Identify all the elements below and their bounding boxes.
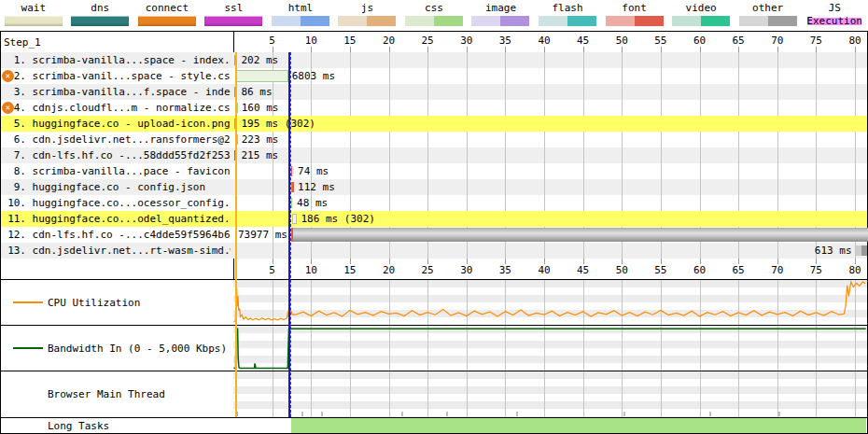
- time-axis-bottom: 5101520253035404550556065707580: [0, 259, 868, 279]
- legend-swatch-dark: [768, 16, 797, 26]
- main-thread-activity-tick: [321, 412, 323, 416]
- legend-swatch-light: [405, 16, 434, 26]
- legend-item-label: ssl: [201, 2, 268, 15]
- lt-label-text: Long Tasks: [48, 420, 109, 432]
- request-label: 13. cdn.jsdelivr.net...rt-wasm-simd.wasm: [1, 245, 231, 257]
- request-time-label: 195 ms (302): [241, 118, 315, 130]
- legend-swatch-dark: [500, 16, 529, 26]
- legend-item-flash: flash: [534, 0, 601, 31]
- request-row[interactable]: 8. scrimba-vanilla...pace - favicon.ico7…: [1, 163, 867, 179]
- request-bar[interactable]: [291, 182, 294, 192]
- legend-item-font: font: [601, 0, 668, 31]
- legend-item-label: font: [601, 2, 668, 15]
- bmt-label-text: Browser Main Thread: [48, 388, 165, 400]
- legend-item-other: other: [735, 0, 802, 31]
- cpu-band-label: CPU Utilization: [1, 280, 233, 325]
- legend-swatch-light: [272, 16, 301, 26]
- request-number: 2.: [1, 70, 26, 82]
- bmt-plot-bg: [233, 371, 867, 417]
- request-row[interactable]: 3. scrimba-vanilla...f.space - index.js8…: [1, 84, 867, 100]
- request-row[interactable]: 12. cdn-lfs.hf.co -...c4dde59f5964b62b4f…: [1, 227, 867, 243]
- legend-swatch-light: [606, 16, 635, 26]
- request-bar-segment: [292, 214, 297, 224]
- main-thread-activity-tick: [446, 412, 448, 416]
- axis-tick-mark: [777, 259, 778, 264]
- legend-item-video: video: [667, 0, 735, 31]
- webpagetest-waterfall: waitdnsconnectsslhtmljscssimageflashfont…: [0, 0, 868, 434]
- request-label: 12. cdn-lfs.hf.co -...c4dde59f5964b62b4f: [1, 229, 231, 241]
- request-time-label: 48 ms: [297, 197, 328, 209]
- legend-item-label: wait: [0, 2, 67, 15]
- request-bar[interactable]: [291, 228, 868, 242]
- gridline: [622, 371, 623, 417]
- axis-tick-label: 10: [292, 264, 329, 276]
- request-bar[interactable]: [292, 214, 297, 224]
- request-row[interactable]: 13. cdn.jsdelivr.net...rt-wasm-simd.wasm…: [1, 243, 867, 259]
- main-thread-activity-tick: [623, 412, 625, 416]
- axis-tick-mark: [467, 259, 468, 264]
- request-time-label: 223 ms: [242, 133, 279, 146]
- request-time-label: 74 ms: [298, 165, 329, 177]
- axis-tick-label: 35: [486, 35, 524, 47]
- request-bar-segment: [292, 198, 293, 208]
- request-number: 7.: [1, 149, 26, 161]
- axis-tick-label: 60: [681, 35, 719, 47]
- gridline: [583, 371, 584, 417]
- bandwidth-line-swatch: [13, 347, 43, 349]
- cpu-utilization-band: CPU Utilization: [1, 280, 867, 325]
- request-bar-segment: [292, 182, 294, 192]
- legend-swatch-dark: [567, 16, 596, 26]
- axis-tick-label: 20: [371, 35, 408, 47]
- request-row[interactable]: 5. huggingface.co - upload-icon.png195 m…: [1, 116, 867, 132]
- axis-tick-label: 45: [565, 264, 602, 276]
- legend-item-label: js: [334, 2, 401, 15]
- legend-swatch-dark: [301, 16, 329, 26]
- gridline: [777, 371, 778, 417]
- legend-swatch-dark: [367, 16, 396, 26]
- legend-item-ssl: ssl: [201, 0, 268, 31]
- request-number: 1.: [1, 54, 26, 66]
- request-label: 3. scrimba-vanilla...f.space - index.js: [1, 86, 231, 98]
- axis-tick-label: 5: [254, 264, 291, 276]
- legend-color-swatch: [5, 16, 63, 26]
- legend-color-swatch: [739, 16, 797, 26]
- axis-tick-label: 65: [720, 264, 757, 276]
- bw-label-text: Bandwidth In (0 - 5,000 Kbps): [48, 343, 227, 355]
- request-bar-segment: [292, 166, 294, 176]
- request-row[interactable]: 1. scrimba-vanilla...space - index.html2…: [1, 52, 867, 68]
- request-row[interactable]: 6. cdn.jsdelivr.net...ransformers@2.6.02…: [1, 132, 867, 147]
- axis-tick-label: 20: [371, 264, 408, 276]
- legend-color-swatch: [71, 16, 129, 26]
- legend-color-swatch: [606, 16, 664, 26]
- request-label: 2. scrimba-vanil...space - style.css: [1, 70, 231, 82]
- request-number: 8.: [1, 165, 26, 177]
- gridline: [505, 371, 506, 417]
- axis-tick-label: 15: [331, 35, 369, 47]
- main-thread-activity-tick: [301, 412, 303, 416]
- request-row[interactable]: ✕4. cdnjs.cloudfl...m - normalize.css160…: [1, 100, 867, 116]
- axis-tick-label: 75: [797, 35, 834, 47]
- axis-tick-label: 45: [565, 35, 602, 47]
- request-row[interactable]: 11. huggingface.co...odel_quantized.onnx…: [1, 211, 867, 227]
- request-bar[interactable]: [856, 245, 867, 256]
- request-bar[interactable]: [235, 70, 288, 82]
- legend-item-label: connect: [133, 2, 201, 15]
- request-bar[interactable]: [291, 166, 294, 176]
- request-label: 9. huggingface.co - config.json: [1, 181, 231, 193]
- gridline: [350, 371, 351, 417]
- legend-item-label: image: [468, 2, 535, 15]
- request-row[interactable]: 10. huggingface.co...ocessor_config.json…: [1, 195, 867, 211]
- cpu-label-text: CPU Utilization: [48, 297, 140, 309]
- axis-tick-label: 60: [681, 264, 719, 276]
- gridline: [467, 371, 468, 417]
- legend-item-js-execution: JS Execution: [801, 0, 868, 31]
- axis-tick-mark: [311, 259, 312, 264]
- main-thread-activity-tick: [401, 412, 403, 416]
- request-row[interactable]: ✕2. scrimba-vanil...space - style.css680…: [1, 68, 867, 84]
- long-tasks-bar: [291, 418, 867, 433]
- request-row[interactable]: 9. huggingface.co - config.json112 ms: [1, 179, 867, 195]
- axis-tick-label: 15: [331, 264, 369, 276]
- request-row[interactable]: 7. cdn-lfs.hf.co -...58ddd55fd2f2532b182…: [1, 147, 867, 163]
- request-label: 6. cdn.jsdelivr.net...ransformers@2.6.0: [1, 133, 231, 146]
- gridline: [311, 371, 312, 417]
